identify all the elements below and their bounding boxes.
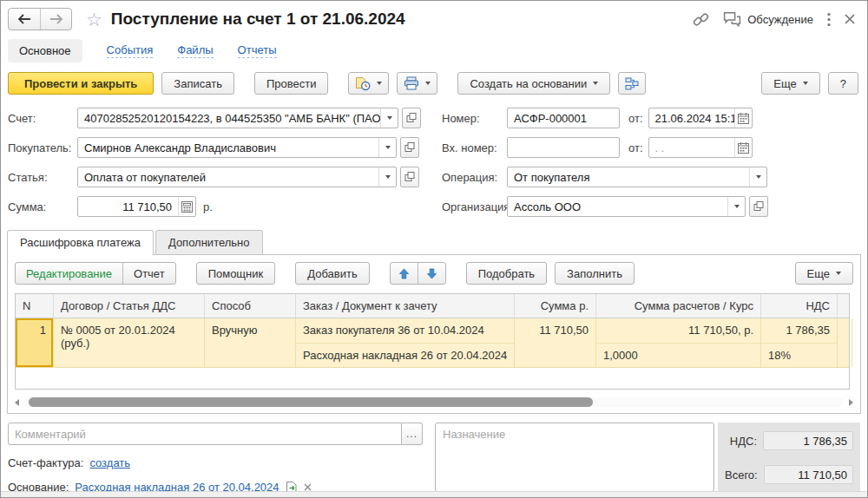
account-open-button[interactable]: [402, 108, 421, 128]
open-form-icon: [753, 201, 764, 212]
comment-input[interactable]: [9, 428, 401, 441]
buyer-label: Покупатель:: [8, 141, 77, 154]
assistant-button[interactable]: Помощник: [196, 262, 276, 285]
purpose-area: [435, 423, 714, 492]
cashflow-item-field[interactable]: Оплата от покупателей: [77, 167, 397, 187]
operation-dropdown-button[interactable]: [749, 167, 766, 187]
grand-total-row: Всего: 11 710,50: [725, 465, 853, 484]
purpose-textarea[interactable]: [435, 423, 714, 492]
forward-arrow-icon: [49, 14, 63, 24]
back-button[interactable]: [9, 9, 40, 29]
report-mode-button[interactable]: Отчет: [122, 263, 175, 284]
close-icon[interactable]: [845, 14, 855, 24]
post-and-close-button[interactable]: Провести и закрыть: [8, 72, 154, 95]
document-clock-icon: [355, 76, 371, 91]
scroll-left-icon[interactable]: [15, 399, 19, 406]
amount-cell: 11 710,50: [515, 318, 596, 367]
incoming-date-label: от:: [628, 141, 643, 154]
buyer-field[interactable]: Смирнов Александр Владиславович: [77, 137, 397, 158]
contract-cell[interactable]: № 0005 от 20.01.2024 (руб.): [54, 318, 205, 367]
rate-value[interactable]: 1,0000: [596, 343, 760, 367]
page-title: Поступление на счет 1 от 21.06.2024: [111, 10, 405, 29]
related-documents-button[interactable]: [618, 72, 646, 95]
scrollbar-track[interactable]: [25, 397, 843, 407]
organization-label: Организация:: [442, 200, 507, 213]
column-header-method: Способ: [205, 294, 296, 318]
date-field[interactable]: 21.06.2024 15:10:5: [648, 108, 753, 128]
amount-field[interactable]: 11 710,50: [77, 196, 196, 217]
nav-item-main[interactable]: Основное: [8, 39, 82, 62]
invoice-label: Счет-фактура:: [8, 456, 83, 469]
account-dropdown-button[interactable]: [380, 108, 398, 128]
organization-field[interactable]: Ассоль ООО: [507, 196, 746, 217]
footer-left: ... Счет-фактура: создать Основание: Рас…: [8, 423, 423, 494]
settlement-amount-value[interactable]: 11 710,50, р.: [596, 318, 760, 343]
clear-basis-icon[interactable]: [304, 483, 312, 491]
offset-document-value[interactable]: Расходная накладная 26 от 20.04.2024: [296, 343, 514, 367]
operation-field[interactable]: От покупателя: [507, 167, 767, 187]
kebab-menu-icon[interactable]: [827, 12, 831, 27]
number-field[interactable]: АСФР-000001: [507, 108, 620, 128]
vat-amount-value[interactable]: 1 786,35: [761, 318, 837, 343]
tab-additional[interactable]: Дополнительно: [155, 230, 263, 254]
move-row-up-button[interactable]: [391, 263, 418, 284]
nav-item-files[interactable]: Файлы: [177, 43, 213, 58]
pick-button[interactable]: Подобрать: [466, 262, 547, 285]
incoming-date-field[interactable]: . .: [648, 137, 753, 158]
cashflow-item-dropdown-button[interactable]: [378, 167, 396, 187]
favorite-star-icon[interactable]: ☆: [86, 10, 102, 29]
organization-dropdown-button[interactable]: [727, 197, 745, 216]
save-button[interactable]: Записать: [161, 72, 234, 95]
print-menu-button[interactable]: [397, 72, 437, 95]
copy-link-icon[interactable]: [693, 11, 709, 28]
discussion-button[interactable]: Обсуждение: [723, 11, 813, 27]
edit-report-group: Редактирование Отчет: [15, 262, 176, 285]
move-row-group: [390, 262, 446, 285]
add-row-button[interactable]: Добавить: [295, 262, 369, 285]
dropdown-caret-icon: [756, 175, 761, 179]
post-button[interactable]: Провести: [254, 72, 329, 95]
buyer-dropdown-button[interactable]: [378, 138, 396, 157]
scrollbar-thumb[interactable]: [29, 397, 593, 407]
operation-label: Операция:: [442, 171, 507, 184]
organization-open-button[interactable]: [749, 196, 768, 217]
create-based-on-label: Создать на основании: [470, 77, 587, 90]
move-row-down-button[interactable]: [418, 263, 445, 284]
create-based-on-button[interactable]: Создать на основании: [457, 72, 610, 95]
incoming-number-field[interactable]: [507, 137, 620, 158]
edit-mode-button[interactable]: Редактирование: [16, 263, 122, 284]
table-toolbar: Редактирование Отчет Помощник Добавить П…: [13, 260, 855, 292]
buyer-open-button[interactable]: [400, 137, 419, 158]
forward-button[interactable]: [40, 9, 71, 29]
postings-menu-button[interactable]: [348, 72, 389, 95]
incoming-date-calendar-button[interactable]: [734, 138, 752, 157]
structure-icon: [625, 77, 639, 90]
comment-more-button[interactable]: ...: [402, 423, 423, 445]
arrow-down-icon: [426, 268, 437, 279]
table-row: 1 № 0005 от 20.01.2024 (руб.) Вручную За…: [16, 318, 849, 368]
payment-details-panel: Редактирование Отчет Помощник Добавить П…: [7, 254, 861, 414]
arrow-up-icon: [398, 268, 410, 279]
row-number-cell[interactable]: 1: [16, 318, 54, 367]
comment-field-wrap: [8, 423, 402, 445]
cashflow-item-open-button[interactable]: [400, 167, 419, 187]
tab-payment-details[interactable]: Расшифровка платежа: [7, 230, 154, 255]
vat-rate-value[interactable]: 18%: [761, 343, 837, 367]
order-value[interactable]: Заказ покупателя 36 от 10.04.2024: [296, 318, 514, 343]
help-button[interactable]: ?: [828, 72, 858, 95]
more-button[interactable]: Еще: [761, 72, 819, 95]
printer-icon: [404, 76, 419, 90]
nav-item-reports[interactable]: Отчеты: [238, 43, 277, 58]
scroll-right-icon[interactable]: [849, 399, 853, 406]
create-invoice-link[interactable]: создать: [89, 456, 130, 469]
row-amount-value[interactable]: 11 710,50: [515, 318, 595, 343]
nav-item-events[interactable]: События: [107, 43, 154, 58]
date-calendar-button[interactable]: [734, 108, 752, 128]
account-value: 40702852520120154223, в 044525350 "АМБ Б…: [78, 112, 380, 125]
fill-button[interactable]: Заполнить: [555, 262, 635, 285]
account-field[interactable]: 40702852520120154223, в 044525350 "АМБ Б…: [77, 108, 398, 128]
amount-calculator-button[interactable]: [178, 197, 195, 216]
document-window: ☆ Поступление на счет 1 от 21.06.2024 Об…: [0, 0, 868, 498]
table-more-button[interactable]: Еще: [795, 262, 853, 285]
method-cell[interactable]: Вручную: [205, 318, 296, 367]
